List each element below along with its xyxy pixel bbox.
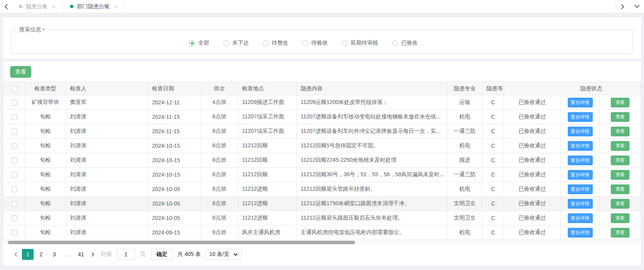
table-row: 旬检 刘涛涛 2024-10-05 8点班 11212进顺 11212运顺迎头路… bbox=[4, 211, 641, 225]
view-row-button[interactable]: 查看 bbox=[611, 228, 630, 238]
tabs-scroll-left-button[interactable] bbox=[0, 0, 12, 13]
cell-date: 2024-11-15 bbox=[148, 110, 201, 124]
status-filter-radio[interactable]: 全部 bbox=[189, 39, 209, 46]
goto-page-input[interactable] bbox=[117, 249, 135, 260]
view-row-button[interactable]: 查看 bbox=[611, 141, 630, 151]
col-header-shift: 班次 bbox=[201, 82, 238, 95]
supervise-detail-button[interactable]: 督办详情 bbox=[568, 184, 593, 194]
cell-content: 11207进顺设备列车移动变电站处接地钢板未放在水仓或... bbox=[297, 110, 447, 124]
cell-date: 2024-11-15 bbox=[148, 124, 201, 139]
cell-specialty: 机电 bbox=[447, 182, 483, 197]
table-row: 旬检 刘涛涛 2024-10-05 8点班 11212进顺 11212运顺175… bbox=[4, 197, 641, 211]
tabbar-actions bbox=[615, 0, 644, 13]
pagination-page-3[interactable]: 3 bbox=[48, 249, 60, 260]
view-button[interactable]: 查看 bbox=[10, 66, 31, 78]
status-filter-radio[interactable]: 延期待审核 bbox=[342, 39, 378, 46]
row-checkbox[interactable] bbox=[11, 143, 17, 149]
row-checkbox[interactable] bbox=[11, 201, 17, 207]
supervise-detail-button[interactable]: 督办详情 bbox=[568, 98, 593, 107]
view-row-button[interactable]: 查看 bbox=[611, 127, 630, 136]
select-all-checkbox[interactable] bbox=[11, 86, 17, 92]
supervise-detail-button[interactable]: 督办详情 bbox=[568, 228, 593, 238]
pagination-pages: 123...41 bbox=[21, 249, 88, 260]
view-row-button[interactable]: 查看 bbox=[611, 156, 630, 165]
cell-location: 11212进顺 bbox=[238, 182, 297, 197]
radio-icon bbox=[302, 40, 308, 46]
view-row-button[interactable]: 查看 bbox=[611, 184, 630, 194]
supervise-detail-button[interactable]: 督办详情 bbox=[568, 112, 593, 122]
cell-inspector: 窦亚军 bbox=[66, 95, 148, 110]
table-header-row: 检查类型 检查人 检查日期 班次 检查地点 隐患内容 隐患专业 隐患等 隐患状态 bbox=[4, 82, 641, 95]
pagination-page-1[interactable]: 1 bbox=[22, 249, 34, 260]
row-checkbox[interactable] bbox=[11, 172, 17, 178]
cell-inspector: 刘涛涛 bbox=[66, 182, 148, 197]
search-legend: 搜索信息+ bbox=[17, 26, 47, 33]
pagination-page-41[interactable]: 41 bbox=[75, 249, 87, 260]
tab-dept-hazard-ledger[interactable]: 部门隐患台账 × bbox=[63, 0, 125, 13]
tab-hazard-ledger[interactable]: 隐患台账 × bbox=[12, 0, 63, 13]
status-filter-radio[interactable]: 已验收 bbox=[392, 39, 418, 46]
supervise-detail-button[interactable]: 督办详情 bbox=[568, 170, 593, 180]
cell-location: 11212回顺 bbox=[238, 153, 297, 168]
tabs-menu-button[interactable] bbox=[630, 0, 644, 13]
tabs-scroll-right-button[interactable] bbox=[615, 0, 630, 13]
view-row-button[interactable]: 查看 bbox=[611, 213, 630, 223]
supervise-detail-button[interactable]: 督办详情 bbox=[568, 156, 593, 165]
row-checkbox[interactable] bbox=[11, 230, 17, 236]
cell-inspector: 刘涛涛 bbox=[66, 110, 148, 124]
view-row-button[interactable]: 查看 bbox=[611, 170, 630, 180]
table-row: 旬检 刘涛涛 2024-10-15 8点班 11212回顺 11212回顺224… bbox=[4, 153, 641, 168]
chevron-down-icon bbox=[233, 253, 238, 256]
cell-check-type: 矿领导带班 bbox=[25, 95, 66, 110]
page-size-select[interactable]: 10 条/页 bbox=[205, 249, 241, 260]
cell-level: C bbox=[483, 124, 504, 139]
cell-location: 11207综采工作面 bbox=[238, 124, 297, 139]
cell-level: C bbox=[483, 182, 504, 197]
pagination-page-2[interactable]: 2 bbox=[35, 249, 47, 260]
row-checkbox[interactable] bbox=[11, 186, 17, 192]
row-checkbox[interactable] bbox=[11, 157, 17, 163]
tab-close-icon[interactable]: × bbox=[52, 4, 56, 9]
cell-location: 11212回顺 bbox=[238, 168, 297, 182]
cell-specialty: 一通三防 bbox=[447, 124, 483, 139]
row-checkbox[interactable] bbox=[11, 114, 17, 120]
row-checkbox[interactable] bbox=[11, 129, 17, 134]
table-row: 旬检 刘涛涛 2024-10-15 8点班 11212回顺 11212回顺30号… bbox=[4, 168, 641, 182]
cell-level: C bbox=[483, 153, 504, 168]
cell-level: C bbox=[483, 139, 504, 153]
cell-status: 已验收通过 bbox=[504, 197, 561, 211]
row-checkbox[interactable] bbox=[11, 215, 17, 221]
cell-date: 2024-10-15 bbox=[148, 168, 201, 182]
cell-level: C bbox=[483, 225, 504, 240]
cell-shift: 8点班 bbox=[201, 124, 238, 139]
radio-icon bbox=[342, 40, 348, 46]
view-row-button[interactable]: 查看 bbox=[611, 199, 630, 209]
supervise-detail-button[interactable]: 督办详情 bbox=[568, 199, 593, 209]
pagination-next-button[interactable] bbox=[88, 249, 99, 260]
status-filter-radio[interactable]: 待整改 bbox=[263, 39, 288, 46]
tab-close-icon[interactable]: × bbox=[114, 4, 118, 9]
expand-plus-icon[interactable]: + bbox=[42, 26, 45, 32]
row-checkbox[interactable] bbox=[11, 100, 17, 105]
view-row-button[interactable]: 查看 bbox=[611, 98, 630, 107]
cell-shift: 4点班 bbox=[201, 95, 238, 110]
confirm-button[interactable]: 确定 bbox=[151, 249, 173, 260]
cell-check-type: 旬检 bbox=[25, 211, 66, 225]
status-filter-radio[interactable]: 未下达 bbox=[223, 39, 249, 46]
chevron-left-icon bbox=[4, 4, 8, 9]
chevron-left-icon bbox=[14, 252, 17, 257]
cell-date: 2024-09-15 bbox=[148, 225, 201, 240]
cell-date: 2024-10-05 bbox=[148, 182, 201, 197]
supervise-detail-button[interactable]: 督办详情 bbox=[568, 141, 593, 151]
cell-content: 11212回顺2245-2250米拖根未及时处理 bbox=[297, 153, 447, 168]
horizontal-scrollbar-thumb[interactable] bbox=[8, 241, 355, 244]
supervise-detail-button[interactable]: 督办详情 bbox=[568, 213, 593, 223]
cell-status: 已验收通过 bbox=[504, 139, 561, 153]
col-header-content: 隐患内容 bbox=[297, 82, 447, 95]
supervise-detail-button[interactable]: 督办详情 bbox=[568, 127, 593, 136]
view-row-button[interactable]: 查看 bbox=[611, 112, 630, 122]
pagination-prev-button[interactable] bbox=[10, 249, 21, 260]
cell-shift: 8点班 bbox=[201, 197, 238, 211]
cell-shift: 8点班 bbox=[201, 225, 238, 240]
status-filter-radio[interactable]: 待验收 bbox=[302, 39, 328, 46]
